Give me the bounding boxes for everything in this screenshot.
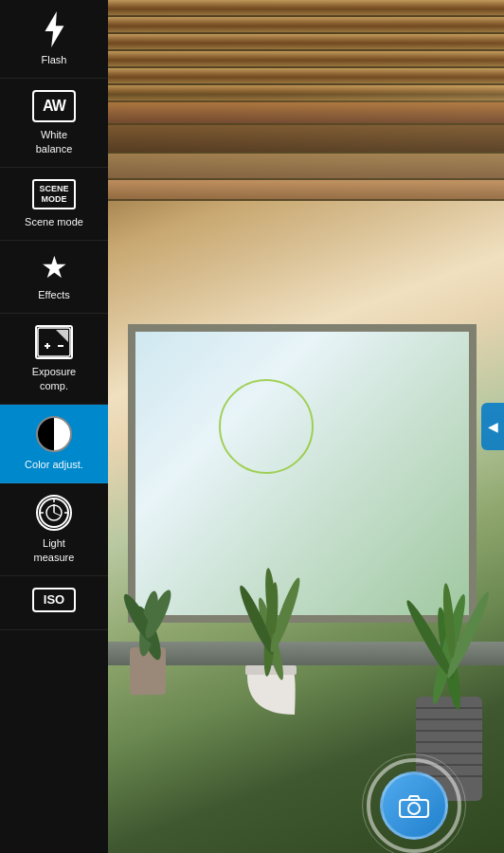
exposure-svg xyxy=(37,327,71,357)
iso-badge: ISO xyxy=(32,588,76,612)
star-icon: ★ xyxy=(41,252,68,282)
light-measure-label: Lightmeasure xyxy=(34,536,75,564)
flash-label: Flash xyxy=(42,53,67,66)
light-measure-icon xyxy=(36,495,72,531)
flash-icon xyxy=(40,11,68,47)
sidebar-item-effects[interactable]: ★ Effects xyxy=(0,241,108,314)
sidebar-item-scene-mode[interactable]: SCENEMODE Scene mode xyxy=(0,168,108,241)
sidebar-item-flash[interactable]: Flash xyxy=(0,0,108,79)
bottom-controls xyxy=(216,758,504,853)
right-expand-tab[interactable]: ◀ xyxy=(481,403,504,450)
camera-sidebar: Flash AW Whitebalance SCENEMODE Scene mo… xyxy=(0,0,108,853)
sidebar-item-color-adjust[interactable]: Color adjust. xyxy=(0,405,108,483)
exposure-icon xyxy=(35,325,73,359)
svg-line-35 xyxy=(54,513,61,516)
plant-center xyxy=(219,506,323,734)
white-balance-label: Whitebalance xyxy=(36,128,73,155)
scene-mode-inner-text: SCENEMODE xyxy=(39,184,68,205)
svg-marker-28 xyxy=(56,330,68,342)
aw-icon: AW xyxy=(32,90,76,122)
effects-label: Effects xyxy=(38,288,69,301)
scene-mode-label: Scene mode xyxy=(25,215,83,228)
light-measure-svg xyxy=(38,497,70,529)
color-adjust-label: Color adjust. xyxy=(25,458,83,471)
sidebar-item-exposure[interactable]: Exposurecomp. xyxy=(0,314,108,405)
shutter-ring xyxy=(367,758,461,853)
color-adjust-icon xyxy=(36,416,72,452)
scene-mode-icon: SCENEMODE xyxy=(32,179,76,209)
svg-marker-26 xyxy=(45,11,64,47)
sidebar-item-light-measure[interactable]: Lightmeasure xyxy=(0,483,108,576)
sidebar-item-iso[interactable]: ISO xyxy=(0,576,108,630)
chevron-left-icon: ◀ xyxy=(488,419,498,434)
exposure-label: Exposurecomp. xyxy=(32,365,76,392)
sidebar-item-white-balance[interactable]: AW Whitebalance xyxy=(0,79,108,168)
tick-ring xyxy=(362,753,466,853)
focus-indicator xyxy=(219,379,314,474)
camera-viewfinder xyxy=(108,0,504,853)
plant-left xyxy=(116,510,182,699)
